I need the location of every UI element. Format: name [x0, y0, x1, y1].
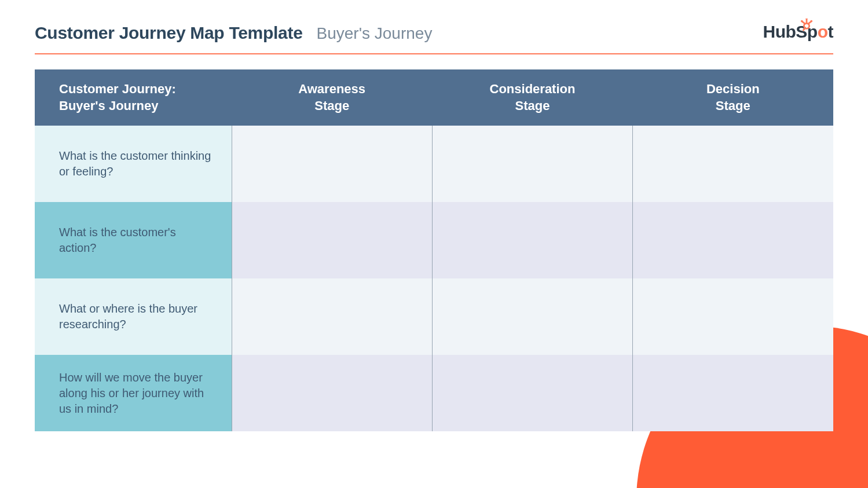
cell-decision[interactable] — [633, 126, 833, 202]
table-corner-header: Customer Journey: Buyer's Journey — [35, 69, 232, 126]
cell-decision[interactable] — [633, 355, 833, 431]
page-subtitle: Buyer's Journey — [317, 24, 433, 43]
svg-line-2 — [803, 22, 805, 24]
corner-line2: Buyer's Journey — [59, 98, 159, 113]
journey-table: Customer Journey: Buyer's Journey Awaren… — [35, 69, 833, 431]
cell-consideration[interactable] — [432, 355, 632, 431]
cell-decision[interactable] — [633, 278, 833, 355]
brand-wordmark: HubSpot — [763, 22, 833, 42]
sprocket-icon — [800, 19, 813, 31]
svg-line-3 — [808, 22, 811, 24]
cell-awareness[interactable] — [232, 355, 432, 431]
col-header-awareness: Awareness Stage — [232, 69, 432, 126]
row-label: What is the customer thinking or feeling… — [35, 126, 232, 202]
cell-consideration[interactable] — [432, 126, 632, 202]
col-header-consideration: Consideration Stage — [432, 69, 632, 126]
row-label: What is the customer's action? — [35, 202, 232, 278]
table-row: What or where is the buyer researching? — [35, 278, 833, 355]
row-label: What or where is the buyer researching? — [35, 278, 232, 355]
cell-awareness[interactable] — [232, 202, 432, 278]
svg-line-4 — [804, 28, 805, 31]
table-row: How will we move the buyer along his or … — [35, 355, 833, 431]
col-header-decision: Decision Stage — [633, 69, 833, 126]
header-rule — [35, 53, 833, 54]
corner-line1: Customer Journey: — [59, 82, 176, 96]
cell-awareness[interactable] — [232, 278, 432, 355]
table-header-row: Customer Journey: Buyer's Journey Awaren… — [35, 69, 833, 126]
page-title: Customer Journey Map Template — [35, 23, 303, 43]
svg-point-6 — [801, 20, 803, 23]
table-row: What is the customer thinking or feeling… — [35, 126, 833, 202]
row-label: How will we move the buyer along his or … — [35, 355, 232, 431]
cell-consideration[interactable] — [432, 278, 632, 355]
cell-consideration[interactable] — [432, 202, 632, 278]
table-row: What is the customer's action? — [35, 202, 833, 278]
svg-point-7 — [810, 20, 812, 23]
brand-logo: HubSpot — [763, 22, 833, 42]
cell-decision[interactable] — [633, 202, 833, 278]
cell-awareness[interactable] — [232, 126, 432, 202]
page-header: Customer Journey Map Template Buyer's Jo… — [35, 23, 833, 43]
